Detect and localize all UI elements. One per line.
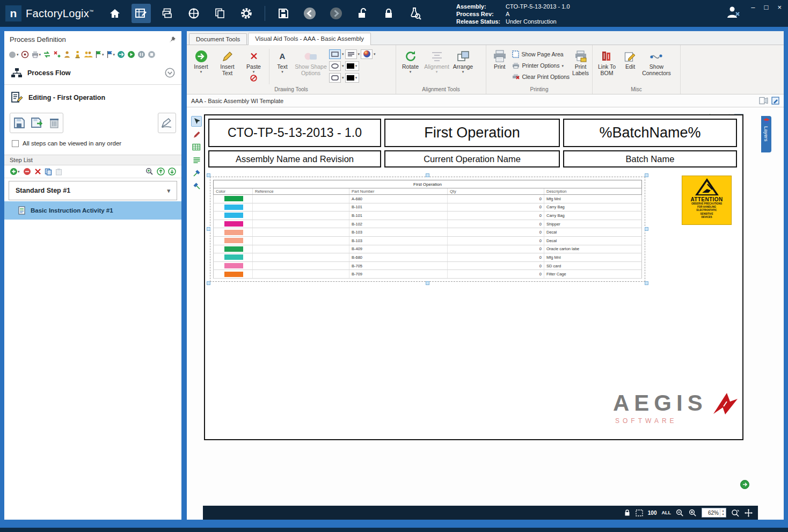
close-button[interactable]: × <box>777 3 782 11</box>
alignment-button[interactable]: Alignment▾ <box>424 47 449 74</box>
fill-color-picker[interactable]: ▾ <box>345 61 359 71</box>
print-labels-button[interactable]: PrintLabels <box>571 47 590 76</box>
table-tool[interactable] <box>191 142 202 152</box>
zoom-out-icon[interactable] <box>676 509 684 517</box>
line-style-tool[interactable] <box>345 49 357 59</box>
quick-nav-button[interactable] <box>740 480 749 489</box>
page-preview-button[interactable] <box>759 97 768 105</box>
show-connectors-button[interactable]: ShowConnectors <box>641 47 672 76</box>
select-move-tool[interactable] <box>191 116 202 127</box>
zoom-window-icon[interactable] <box>731 509 740 517</box>
edit-button[interactable]: Edit <box>621 47 640 70</box>
text-button[interactable]: A Text▾ <box>272 47 293 74</box>
save-step-button[interactable] <box>13 117 25 129</box>
rectangle-tool[interactable] <box>329 49 341 59</box>
network-button[interactable] <box>21 50 29 59</box>
connector-in-tool[interactable] <box>191 167 202 178</box>
award-button[interactable] <box>74 50 82 59</box>
pan-icon[interactable] <box>745 509 753 517</box>
connector-out-tool[interactable] <box>191 180 202 191</box>
batch-name-caption[interactable]: Batch Name <box>563 150 737 167</box>
move-down-button[interactable] <box>168 167 176 176</box>
text-lines-tool[interactable] <box>191 155 202 165</box>
maximize-button[interactable]: □ <box>764 3 769 11</box>
pen-tool[interactable] <box>191 129 202 140</box>
print-button-ribbon[interactable]: Print <box>488 47 511 70</box>
zoom-level-spinner[interactable]: 62% ▴▾ <box>702 508 726 518</box>
document-page[interactable]: CTO-TP-5-13-2013 - 1.0 First Operation %… <box>204 114 743 440</box>
ellipse-tool[interactable] <box>329 61 341 71</box>
delete-icon[interactable] <box>250 75 257 82</box>
show-shape-options-button[interactable]: Show ShapeOptions <box>294 47 328 76</box>
esd-warning-sign[interactable]: ATTENTION OBSERVE PRECAUTIONS FOR HANDLI… <box>682 176 732 225</box>
stop-button[interactable] <box>148 50 156 59</box>
bom-table[interactable]: First Operation Color Reference Part Num… <box>213 180 642 279</box>
flag-green-button[interactable]: ▾ <box>95 50 104 59</box>
team-button[interactable] <box>84 50 93 59</box>
process-flow-section[interactable]: Process Flow <box>4 61 181 85</box>
zoom-step-down[interactable]: ▾ <box>722 513 724 516</box>
forward-button[interactable] <box>326 4 346 23</box>
operation-name-caption[interactable]: Current Operation Name <box>384 150 560 167</box>
zoom-100-button[interactable]: 100 <box>648 510 657 516</box>
documents-button[interactable] <box>210 4 230 23</box>
resize-handle-tl[interactable] <box>207 173 210 177</box>
rotate-button[interactable]: Rotate▾ <box>398 47 423 74</box>
minimize-button[interactable]: – <box>751 3 755 11</box>
navigate-button[interactable] <box>117 50 125 59</box>
clear-print-options-button[interactable]: Clear Print Options <box>512 71 570 82</box>
cut-step-button[interactable] <box>34 168 41 175</box>
paste-step-button[interactable] <box>55 168 62 176</box>
flag-blue-button[interactable]: ▾ <box>106 50 115 59</box>
unlock-button[interactable] <box>353 4 372 23</box>
activity-item-selected[interactable]: Basic Instruction Activity #1 <box>4 201 181 220</box>
process-definition-button[interactable] <box>132 4 151 23</box>
tab-document-tools[interactable]: Document Tools <box>189 33 247 45</box>
zoom-in-icon[interactable] <box>689 509 697 517</box>
zoom-step-up[interactable]: ▴ <box>722 509 724 513</box>
resize-handle-ml[interactable] <box>207 227 210 231</box>
add-step-button[interactable]: ▾ <box>10 167 20 176</box>
resize-handle-br[interactable] <box>645 281 648 285</box>
resize-handle-mr[interactable] <box>645 227 648 231</box>
line-color-picker[interactable]: ▾ <box>345 73 359 83</box>
layers-tab[interactable]: Layers <box>761 116 771 152</box>
pause-button[interactable] <box>137 50 145 59</box>
resize-handle-bl[interactable] <box>207 281 210 285</box>
save-button[interactable] <box>274 4 293 23</box>
back-button[interactable] <box>300 4 319 23</box>
printer-options-button[interactable]: Printer Options▾ <box>512 60 570 71</box>
operation-name-field[interactable]: First Operation <box>384 119 560 147</box>
options-button[interactable]: ▾ <box>9 50 19 59</box>
tab-visual-aid-tools[interactable]: Visual Aid Tools - AAA - Basic Assembly <box>248 33 371 45</box>
arrange-button[interactable]: Arrange▾ <box>450 47 476 74</box>
pin-icon[interactable] <box>169 36 176 43</box>
resize-handle-bm[interactable] <box>426 281 429 285</box>
lock-button[interactable] <box>379 4 398 23</box>
paste-button[interactable]: Paste▾ <box>241 47 266 82</box>
batch-name-field[interactable]: %BatchName% <box>563 119 737 147</box>
discard-button[interactable] <box>49 117 60 129</box>
step-expand-chevron[interactable]: ▾ <box>167 187 170 194</box>
show-page-area-button[interactable]: Show Page Area <box>512 49 570 60</box>
assembly-name-field[interactable]: CTO-TP-5-13-2013 - 1.0 <box>208 119 381 147</box>
move-up-button[interactable] <box>157 167 165 176</box>
user-button[interactable] <box>726 5 741 19</box>
production-button[interactable] <box>184 4 203 23</box>
materials-button[interactable] <box>158 4 177 23</box>
edit-template-button[interactable] <box>771 97 779 105</box>
copy-step-button[interactable] <box>45 168 52 176</box>
operator-button[interactable] <box>63 50 71 59</box>
marquee-zoom-icon[interactable] <box>636 509 643 516</box>
color-sphere-tool[interactable] <box>361 49 373 59</box>
settings-button[interactable] <box>237 4 256 23</box>
link-to-bom-button[interactable]: Link ToBOM <box>594 47 619 76</box>
remove-step-button[interactable] <box>23 167 31 176</box>
order-checkbox[interactable] <box>12 140 19 147</box>
sync-button[interactable] <box>43 50 51 59</box>
insert-button[interactable]: Insert▾ <box>188 47 214 74</box>
collapse-button[interactable] <box>165 68 175 78</box>
start-button[interactable] <box>127 50 135 59</box>
home-button[interactable] <box>105 4 125 23</box>
rounded-rect-tool[interactable] <box>329 73 341 83</box>
